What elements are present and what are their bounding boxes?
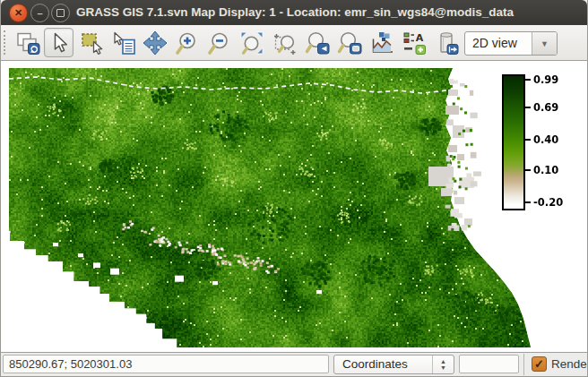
zoom-region-button[interactable] — [269, 28, 298, 57]
legend-label: 0.40 — [533, 133, 569, 146]
zoom-back-icon — [305, 30, 330, 56]
minimize-icon: – — [37, 8, 42, 19]
statusbar-mode-value: Coordinates — [342, 356, 408, 373]
zoom-extent-button[interactable] — [237, 28, 266, 57]
zoom-out-icon — [207, 30, 232, 56]
add-overlay-icon: A — [402, 30, 427, 56]
toolbar-grip[interactable] — [4, 30, 9, 55]
add-overlay-button[interactable]: A — [399, 28, 428, 57]
legend-label: 0.10 — [533, 164, 569, 176]
render-display-button[interactable] — [13, 28, 42, 57]
select-features-button[interactable] — [77, 28, 107, 57]
legend-label: -0.20 — [533, 196, 569, 209]
statusbar-panel — [459, 355, 519, 373]
close-icon: ✕ — [14, 7, 22, 19]
zoom-to-map-button[interactable] — [334, 28, 364, 57]
analyze-chart-icon — [369, 30, 394, 56]
legend-colorbar — [502, 74, 525, 210]
minimize-button[interactable]: – — [30, 4, 49, 22]
map-display-area: 0.99 0.69 0.40 0.10 -0.20 — [1, 60, 587, 353]
pointer-icon — [47, 30, 72, 56]
zoom-region-icon — [272, 30, 297, 56]
close-button[interactable]: ✕ — [9, 4, 28, 22]
pointer-button[interactable] — [44, 28, 74, 57]
statusbar-mode-select[interactable]: Coordinates ▲▼ — [333, 355, 454, 374]
pan-button[interactable] — [140, 28, 169, 57]
statusbar: 850290.67; 5020301.03 Coordinates ▲▼ ✓ R… — [1, 353, 587, 376]
query-icon — [111, 30, 136, 56]
pan-icon — [143, 30, 168, 56]
grass-map-display-window: ✕ – GRASS GIS 7.1.svn Map Display: 1 - L… — [0, 0, 588, 377]
statusbar-separator — [523, 354, 524, 375]
view-mode-value: 2D view — [472, 32, 517, 55]
legend-label: 0.69 — [533, 101, 569, 114]
maximize-icon — [56, 9, 65, 17]
legend-label: 0.99 — [533, 73, 569, 86]
zoom-to-map-icon — [337, 30, 362, 56]
coordinates-display: 850290.67; 5020301.03 — [3, 355, 329, 373]
map-legend: 0.99 0.69 0.40 0.10 -0.20 — [498, 74, 570, 211]
select-icon — [80, 30, 105, 56]
render-checkbox-label: Render — [551, 355, 588, 374]
zoom-in-icon — [175, 30, 200, 56]
zoom-extent-icon — [239, 30, 264, 56]
zoom-back-button[interactable] — [302, 28, 332, 57]
checkmark-icon: ✓ — [534, 357, 544, 371]
maximize-button[interactable] — [51, 4, 70, 22]
legend-tick — [525, 107, 531, 108]
analyze-map-button[interactable] — [367, 28, 396, 57]
map-toolbar: A 2D view ▼ — [1, 25, 587, 61]
legend-tick — [525, 201, 531, 203]
titlebar: ✕ – GRASS GIS 7.1.svn Map Display: 1 - L… — [1, 0, 587, 26]
legend-tick — [525, 139, 531, 141]
query-button[interactable] — [108, 28, 138, 57]
render-display-icon — [15, 30, 40, 56]
view-mode-select[interactable]: 2D view ▼ — [464, 31, 558, 56]
save-display-button[interactable] — [431, 28, 461, 57]
legend-tick — [525, 169, 531, 171]
spinner-arrows-icon[interactable]: ▲▼ — [432, 356, 454, 373]
render-checkbox[interactable]: ✓ — [532, 356, 547, 372]
zoom-out-button[interactable] — [204, 28, 234, 57]
zoom-in-button[interactable] — [172, 28, 202, 57]
window-title: GRASS GIS 7.1.svn Map Display: 1 - Locat… — [76, 0, 514, 25]
legend-tick — [525, 79, 531, 81]
chevron-down-icon[interactable]: ▼ — [532, 32, 557, 55]
svg-text:A: A — [415, 32, 423, 44]
save-display-icon — [434, 30, 459, 56]
